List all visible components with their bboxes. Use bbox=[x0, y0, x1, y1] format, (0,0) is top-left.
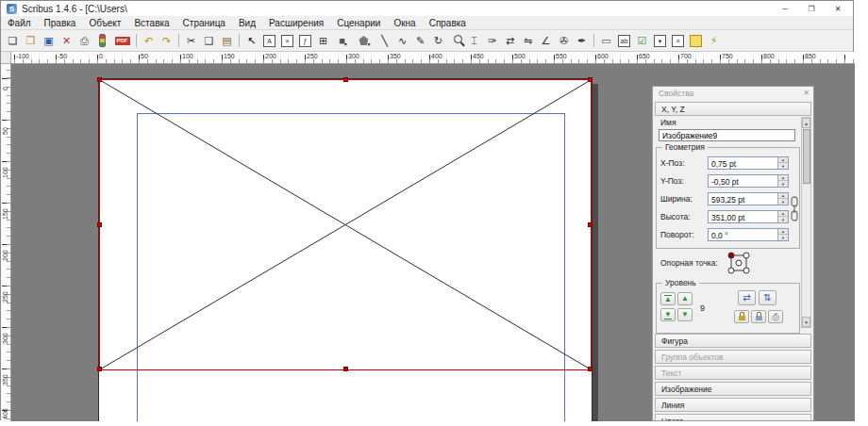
rotate-item-button[interactable]: ↻ bbox=[429, 31, 447, 50]
palette-titlebar[interactable]: Свойства ✕ bbox=[653, 87, 813, 100]
raise-to-top-button[interactable]: ▲ bbox=[660, 292, 676, 305]
resize-handle-middle-right[interactable] bbox=[588, 222, 593, 227]
raise-button[interactable]: ▲ bbox=[677, 292, 693, 305]
object-name-input[interactable] bbox=[659, 129, 795, 141]
undo-button[interactable]: ↶ bbox=[140, 31, 158, 50]
lock-size-button[interactable] bbox=[751, 310, 766, 323]
xpos-spin-down-icon[interactable]: ▼ bbox=[777, 163, 788, 169]
image-frame[interactable] bbox=[99, 79, 592, 370]
insert-image-frame-button[interactable]: × bbox=[278, 31, 296, 50]
pdf-push-button-button[interactable]: ▭ bbox=[597, 31, 615, 50]
tab-shape[interactable]: Фигура bbox=[655, 334, 811, 348]
edit-contents-button[interactable]: ⌶ bbox=[465, 31, 483, 50]
pdf-text-field-button[interactable]: ab bbox=[615, 31, 633, 50]
redo-button[interactable]: ↷ bbox=[158, 31, 175, 50]
lock-object-button[interactable] bbox=[734, 310, 749, 323]
resize-handle-top-right[interactable] bbox=[588, 77, 593, 82]
menu-insert[interactable]: Вставка bbox=[127, 16, 175, 29]
menu-view[interactable]: Вид bbox=[232, 16, 262, 29]
preflight-verifier-button[interactable] bbox=[93, 31, 111, 50]
restore-button[interactable]: ❐ bbox=[798, 1, 825, 16]
menu-page[interactable]: Страница bbox=[176, 16, 232, 29]
rotation-spin-down-icon[interactable]: ▼ bbox=[777, 235, 788, 240]
close-document-button[interactable]: ✕ bbox=[58, 31, 75, 50]
flip-vertical-button[interactable]: ⇅ bbox=[759, 290, 776, 305]
ypos-spin-down-icon[interactable]: ▼ bbox=[777, 181, 788, 187]
close-button[interactable]: ✕ bbox=[825, 1, 851, 16]
document-canvas[interactable]: Свойства ✕ X, Y, Z Имя Геометрия X-Поз: … bbox=[11, 64, 855, 421]
insert-text-frame-button[interactable]: A bbox=[260, 31, 278, 50]
export-pdf-button[interactable]: PDF bbox=[111, 31, 133, 50]
resize-handle-top-center[interactable] bbox=[343, 77, 348, 82]
insert-render-frame-button[interactable]: ƒ bbox=[296, 31, 314, 50]
tab-colors[interactable]: Цвета bbox=[655, 414, 811, 421]
height-spinbox[interactable]: 351,00 pt ▲ ▼ bbox=[708, 210, 789, 223]
palette-scrollbar[interactable]: ▲ ▼ bbox=[801, 117, 811, 328]
enable-printing-button[interactable]: ⎙ bbox=[768, 310, 783, 323]
new-document-button[interactable]: ❏ bbox=[4, 31, 22, 50]
rotate-item-icon: ↻ bbox=[434, 36, 442, 46]
resize-handle-bottom-center[interactable] bbox=[343, 367, 348, 371]
insert-freehand-button[interactable]: ✎ bbox=[411, 31, 429, 50]
menu-windows[interactable]: Окна bbox=[387, 16, 422, 29]
print-document-button[interactable]: ⎙ bbox=[75, 31, 93, 50]
measurements-button[interactable]: ∠ bbox=[537, 31, 555, 50]
menu-scripts[interactable]: Сценарии bbox=[330, 16, 387, 29]
tab-xyz[interactable]: X, Y, Z bbox=[655, 102, 811, 116]
tab-image[interactable]: Изображение bbox=[655, 382, 811, 396]
link-annotation-button[interactable]: ⚡ bbox=[705, 31, 723, 50]
page[interactable] bbox=[98, 78, 593, 421]
minimize-button[interactable]: ─ bbox=[772, 1, 798, 16]
select-item-button[interactable]: ↖ bbox=[242, 31, 260, 50]
copy-item-properties-button[interactable]: ✇ bbox=[555, 31, 573, 50]
menu-item-object[interactable]: Объект bbox=[82, 16, 127, 29]
insert-line-button[interactable]: ╲ bbox=[376, 31, 393, 50]
basepoint-selector[interactable] bbox=[725, 249, 753, 277]
tab-line[interactable]: Линия bbox=[655, 398, 811, 412]
insert-table-button[interactable]: ⊞ bbox=[314, 31, 332, 50]
pdf-combo-box-button[interactable]: ▾ bbox=[651, 31, 669, 50]
ruler-origin-button[interactable] bbox=[1, 52, 11, 64]
xpos-spinbox[interactable]: 0,75 pt ▲ ▼ bbox=[708, 156, 789, 170]
scroll-down-icon[interactable]: ▼ bbox=[802, 317, 810, 327]
scrollbar-thumb[interactable] bbox=[803, 129, 810, 184]
lower-to-bottom-button[interactable]: ▼ bbox=[660, 308, 676, 321]
resize-handle-middle-left[interactable] bbox=[97, 222, 102, 227]
vertical-ruler[interactable]: 0 50 100 150 200 250 300 350 400 bbox=[1, 64, 11, 421]
chain-link-icon[interactable] bbox=[790, 196, 799, 222]
rotation-spinbox[interactable]: 0,0 ° ▲ ▼ bbox=[708, 228, 789, 241]
width-spinbox[interactable]: 593,25 pt ▲ ▼ bbox=[708, 192, 789, 205]
pdf-list-box-button[interactable]: ≡ bbox=[669, 31, 687, 50]
ypos-spinbox[interactable]: -0,50 pt ▲ ▼ bbox=[708, 174, 789, 188]
insert-bezier-button[interactable]: ∿ bbox=[393, 31, 411, 50]
resize-handle-bottom-left[interactable] bbox=[97, 367, 102, 371]
copy-button[interactable]: ❑ bbox=[200, 31, 218, 50]
horizontal-ruler[interactable]: -100 -50 0 50 100 150 200 250 300 350 40… bbox=[11, 52, 855, 64]
menu-edit[interactable]: Правка bbox=[38, 16, 83, 29]
open-document-button[interactable]: ❒ bbox=[22, 31, 40, 50]
menu-help[interactable]: Справка bbox=[423, 16, 473, 29]
story-editor-button[interactable]: ✑ bbox=[483, 31, 501, 50]
insert-shape-button[interactable]: ■▾ bbox=[332, 31, 354, 50]
text-annotation-button[interactable] bbox=[687, 31, 705, 50]
save-document-button[interactable]: ▣ bbox=[40, 31, 58, 50]
scroll-up-icon[interactable]: ▲ bbox=[802, 118, 810, 128]
width-spin-down-icon[interactable]: ▼ bbox=[777, 199, 788, 205]
link-text-frames-button[interactable]: ⇄ bbox=[501, 31, 519, 50]
resize-handle-bottom-right[interactable] bbox=[588, 367, 593, 371]
height-spin-down-icon[interactable]: ▼ bbox=[777, 217, 788, 222]
lower-button[interactable]: ▼ bbox=[677, 308, 693, 321]
cut-button[interactable]: ✂ bbox=[182, 31, 200, 50]
pdf-checkbox-button[interactable]: ☑ bbox=[633, 31, 651, 50]
flip-horizontal-button[interactable]: ⇄ bbox=[738, 290, 756, 305]
menu-extras[interactable]: Расширения bbox=[262, 16, 330, 29]
new-document-icon: ❏ bbox=[8, 36, 18, 46]
resize-handle-top-left[interactable] bbox=[97, 77, 102, 82]
color-picker-button[interactable]: ✒ bbox=[573, 31, 591, 50]
palette-close-icon[interactable]: ✕ bbox=[803, 89, 810, 97]
unlink-text-frames-button[interactable]: ⇋ bbox=[519, 31, 537, 50]
zoom-button[interactable] bbox=[447, 31, 465, 50]
paste-button[interactable]: ▤ bbox=[218, 31, 236, 50]
insert-polygon-button[interactable]: ▾ bbox=[354, 31, 376, 50]
menu-file[interactable]: Файл bbox=[1, 16, 38, 29]
